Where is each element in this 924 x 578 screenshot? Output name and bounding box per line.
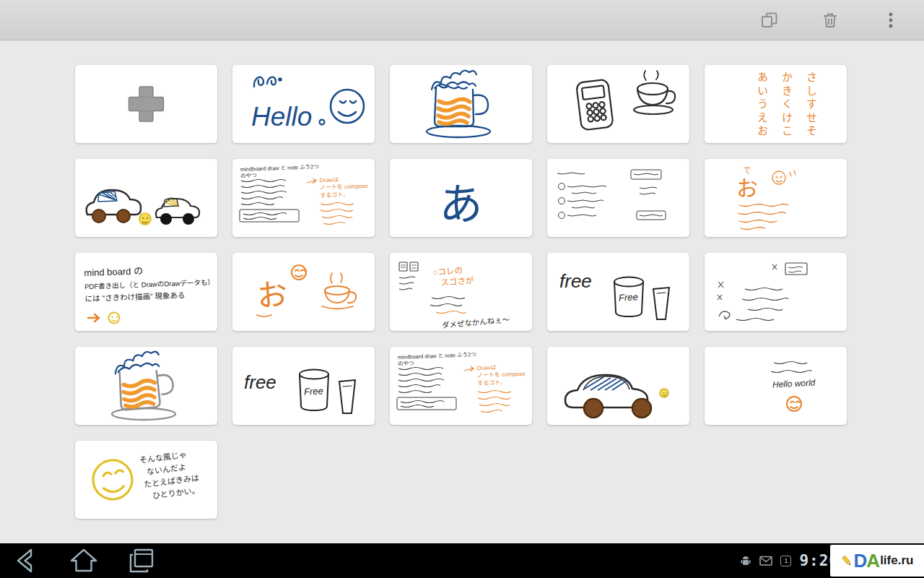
card-new-note[interactable] xyxy=(75,65,217,143)
trash-icon xyxy=(821,11,840,30)
doodle-curl xyxy=(254,77,282,87)
yellow-smiley-face-icon xyxy=(91,458,135,502)
card-outline-note[interactable] xyxy=(547,159,689,237)
card-free-can-glass-2[interactable]: free Free xyxy=(232,347,375,425)
can-label: Free xyxy=(619,291,638,303)
two-cars-sketch xyxy=(75,159,217,237)
card-free-can-glass[interactable]: free Free xyxy=(547,253,689,331)
card-o-coffee[interactable]: お xyxy=(232,253,375,331)
mail-icon xyxy=(759,554,772,567)
coffee-cup-sketch xyxy=(232,253,375,331)
back-button[interactable] xyxy=(9,543,43,578)
hiragana-column-2: かきくけこ xyxy=(781,72,792,139)
hello-text: Hello xyxy=(251,102,312,131)
card-two-cars[interactable] xyxy=(75,159,217,237)
card-beer-mug-gray[interactable] xyxy=(75,347,217,425)
action-bar xyxy=(0,0,924,40)
system-bar: 1 9:20 DAlife.ru xyxy=(0,543,924,578)
big-o-text: お xyxy=(736,171,758,202)
overflow-menu-icon xyxy=(881,11,900,30)
big-hiragana-a-text: あ xyxy=(390,169,532,232)
notification-count-badge: 1 xyxy=(780,556,791,566)
note-orange-text: Drawは ノートを compose するコト、 xyxy=(476,363,526,387)
card-big-hiragana-a[interactable]: あ xyxy=(390,159,532,237)
yellow-smiley-icon xyxy=(109,313,120,324)
beer-mug-sketch xyxy=(390,65,532,143)
soft-keys xyxy=(0,543,159,578)
pencil-icon xyxy=(841,555,853,566)
outline-scribble xyxy=(547,159,689,237)
hiragana-column-3: さしすせそ xyxy=(806,72,816,139)
card-pdf-export-note[interactable]: mind board の PDF書き出し（と DrawのDrawデータも） には… xyxy=(75,253,217,331)
orange-scribble xyxy=(705,159,847,237)
phone-coffee-sketch xyxy=(547,65,689,143)
car-sketch xyxy=(547,347,689,425)
watermark-suffix: life.ru xyxy=(880,553,913,568)
smiley-face-icon xyxy=(331,90,364,123)
note-orange-text: Drawは ノートを compose するコト、 xyxy=(319,176,368,199)
card-phone-coffee[interactable] xyxy=(547,65,689,143)
copy-icon xyxy=(760,11,779,30)
beer-mug-gray-sketch xyxy=(75,347,217,425)
card-smiley-lyrics[interactable]: そんな風じゃ ないんだよ たとえばきみは ひとりかい。 xyxy=(75,441,217,519)
can-label: Free xyxy=(304,385,323,397)
period-doodle xyxy=(320,120,325,125)
lyrics-text: そんな風じゃ ないんだよ たとえばきみは ひとりかい。 xyxy=(139,447,201,503)
recent-apps-icon xyxy=(124,543,159,578)
watermark-logo: DAlife.ru xyxy=(830,545,924,577)
card-draw-note-memo-2[interactable]: mindboard draw と note ふう2つのやつ Drawは ノートを… xyxy=(390,347,532,425)
overflow-menu-button[interactable] xyxy=(873,4,908,36)
card-orange-o-note[interactable]: で お xyxy=(705,159,847,237)
card-car[interactable] xyxy=(547,347,689,425)
free-text: free xyxy=(559,270,592,293)
back-icon xyxy=(9,543,43,578)
card-beer-mug[interactable] xyxy=(390,65,532,143)
card-hello-smiley[interactable]: Hello xyxy=(232,65,375,143)
card-hiragana-practice[interactable]: あいうえお かきくけこ さしすせそ xyxy=(705,65,847,143)
free-text: free xyxy=(244,371,276,394)
copy-note-button[interactable] xyxy=(752,4,787,36)
orange-arrow-icon xyxy=(88,314,99,322)
plus-icon xyxy=(75,65,217,143)
recent-apps-button[interactable] xyxy=(124,543,159,578)
orange-note-text: ○コレの スゴさが xyxy=(432,264,474,289)
notes-grid: Hello xyxy=(0,40,924,543)
watermark-letter-d: D xyxy=(854,550,867,572)
card-kore-note[interactable]: ○コレの スゴさが ダメぜなかんねぇ～ xyxy=(390,253,532,331)
usb-debug-icon xyxy=(740,555,751,566)
card-hello-world-note[interactable]: Hello world xyxy=(705,347,847,425)
watermark-letter-a: A xyxy=(866,550,879,572)
home-icon xyxy=(66,543,101,578)
delete-note-button[interactable] xyxy=(813,4,847,36)
home-button[interactable] xyxy=(66,543,101,578)
hiragana-column-1: あいうえお xyxy=(757,72,767,139)
orange-smiley-icon xyxy=(787,397,801,411)
card-tiny-memo[interactable] xyxy=(705,253,847,331)
card-draw-note-memo[interactable]: mindboard draw と note ふう2つのやつ Drawは ノートを… xyxy=(232,159,375,237)
tiny-scribble xyxy=(705,253,847,331)
